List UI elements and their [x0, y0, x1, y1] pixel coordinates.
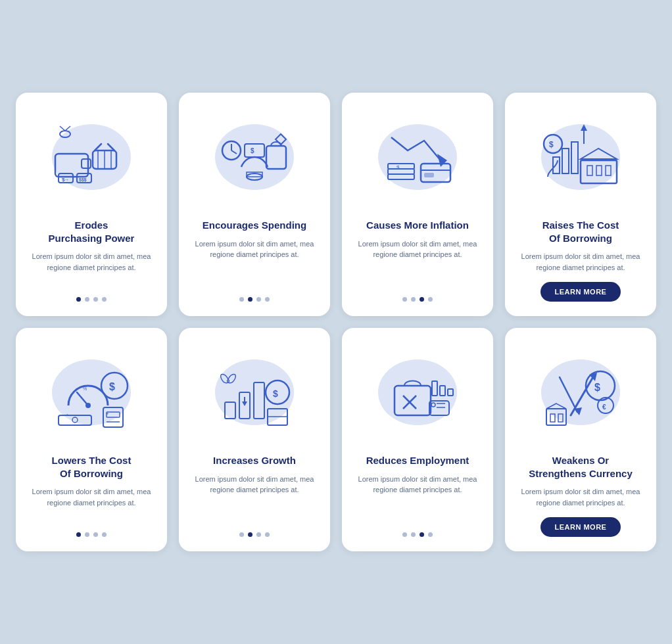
card-erodes-body: Lorem ipsum dolor sit dim amet, mea regi… [28, 251, 155, 288]
learn-more-raises-button[interactable]: LEARN MORE [540, 282, 621, 302]
card-lowers-dots [76, 532, 107, 537]
svg-text:€: € [602, 403, 606, 411]
svg-rect-16 [266, 146, 286, 169]
svg-marker-59 [242, 402, 247, 406]
card-weakens-title: Weakens OrStrengthens Currency [529, 454, 633, 480]
card-encourages-body: Lorem ipsum dolor sit dim amet, mea regi… [191, 239, 318, 288]
svg-rect-35 [606, 166, 611, 175]
card-lowers: - % + $ Lowers The CostOf Borrowing Lore… [16, 328, 167, 551]
illustration-causes: $ [354, 104, 481, 210]
dot [239, 297, 244, 302]
dot [256, 297, 261, 302]
svg-point-51 [72, 417, 78, 423]
dot [93, 532, 98, 537]
dot [248, 532, 252, 537]
svg-rect-34 [596, 166, 602, 175]
dot [428, 532, 433, 537]
svg-text:$$$: $$$ [79, 177, 87, 183]
card-causes-title: Causes More Inflation [366, 219, 469, 232]
svg-rect-26 [388, 174, 414, 179]
card-lowers-title: Lowers The CostOf Borrowing [52, 454, 132, 480]
card-erodes-title: ErodesPurchasing Power [49, 219, 135, 244]
dot [239, 532, 244, 537]
svg-rect-25 [388, 169, 414, 174]
dot [265, 532, 270, 537]
svg-rect-28 [421, 164, 450, 182]
illustration-raises: $ [517, 104, 644, 210]
card-reduces-body: Lorem ipsum dolor sit dim amet, mea regi… [354, 474, 481, 524]
card-lowers-body: Lorem ipsum dolor sit dim amet, mea regi… [28, 486, 155, 523]
svg-rect-71 [432, 381, 437, 396]
card-encourages-dots [239, 297, 270, 302]
card-increases-title: Increases Growth [213, 454, 296, 467]
dot [76, 297, 81, 302]
dot [265, 297, 270, 302]
dot [102, 532, 107, 537]
illustration-erodes: $ → $$$ [28, 104, 155, 210]
card-raises: $ Raises The CostOf Borrowing Lorem ipsu… [505, 93, 656, 316]
card-reduces-dots [402, 532, 433, 537]
svg-rect-57 [254, 382, 264, 419]
svg-line-19 [231, 150, 237, 154]
dot [402, 297, 407, 302]
svg-text:$: $ [396, 164, 400, 170]
dot [85, 297, 89, 302]
svg-line-13 [65, 126, 70, 131]
svg-rect-85 [558, 414, 563, 422]
learn-more-weakens-button[interactable]: LEARN MORE [540, 517, 621, 537]
card-increases: $ Increases Growth Lorem ipsum dolor sit… [179, 328, 330, 551]
dot [420, 532, 424, 537]
svg-text:$: $ [251, 147, 254, 154]
dot [76, 532, 81, 537]
card-causes: $ Causes More Inflation Lorem ipsum dolo… [342, 93, 493, 316]
dot [102, 297, 107, 302]
illustration-encourages: $ [191, 104, 318, 210]
dot [428, 297, 433, 302]
card-weakens-body: Lorem ipsum dolor sit dim amet, mea regi… [517, 486, 644, 508]
card-causes-body: Lorem ipsum dolor sit dim amet, mea regi… [354, 239, 481, 288]
svg-rect-64 [395, 386, 431, 415]
card-increases-dots [239, 532, 270, 537]
svg-rect-38 [571, 142, 578, 173]
svg-text:→: → [64, 177, 69, 183]
card-erodes: $ → $$$ ErodesPurchasing Power Lorem ips… [16, 93, 167, 316]
svg-text:$: $ [109, 381, 115, 392]
dot [411, 532, 416, 537]
svg-point-44 [85, 403, 91, 408]
card-raises-title: Raises The CostOf Borrowing [542, 219, 619, 244]
card-grid: $ → $$$ ErodesPurchasing Power Lorem ips… [16, 93, 656, 551]
svg-rect-84 [550, 414, 555, 422]
card-increases-body: Lorem ipsum dolor sit dim amet, mea regi… [191, 474, 318, 524]
svg-marker-23 [437, 154, 447, 167]
svg-point-68 [431, 403, 435, 407]
svg-marker-32 [581, 149, 617, 159]
svg-rect-1 [82, 159, 91, 168]
svg-text:$: $ [594, 382, 600, 393]
svg-rect-30 [424, 173, 434, 177]
svg-line-12 [60, 126, 65, 131]
card-raises-body: Lorem ipsum dolor sit dim amet, mea regi… [517, 251, 644, 273]
illustration-weakens: $ € [517, 340, 644, 445]
dot [256, 532, 261, 537]
card-encourages-title: Encourages Spending [203, 219, 306, 232]
svg-marker-40 [581, 124, 587, 131]
svg-text:$: $ [549, 140, 554, 149]
illustration-increases: $ [191, 340, 318, 445]
card-reduces-title: Reduces Employment [366, 454, 469, 467]
dot [402, 532, 407, 537]
svg-rect-55 [225, 402, 235, 419]
dot [93, 297, 98, 302]
svg-marker-83 [546, 403, 566, 409]
dot [420, 297, 424, 302]
dot [248, 297, 252, 302]
illustration-lowers: - % + $ [28, 340, 155, 445]
svg-point-11 [60, 131, 70, 137]
dot [85, 532, 89, 537]
svg-marker-77 [574, 407, 582, 415]
svg-rect-14 [245, 144, 264, 157]
card-erodes-dots [76, 297, 107, 302]
card-reduces: Reduces Employment Lorem ipsum dolor sit… [342, 328, 493, 551]
svg-rect-72 [440, 386, 445, 396]
svg-rect-73 [448, 389, 453, 396]
svg-point-78 [586, 371, 615, 400]
